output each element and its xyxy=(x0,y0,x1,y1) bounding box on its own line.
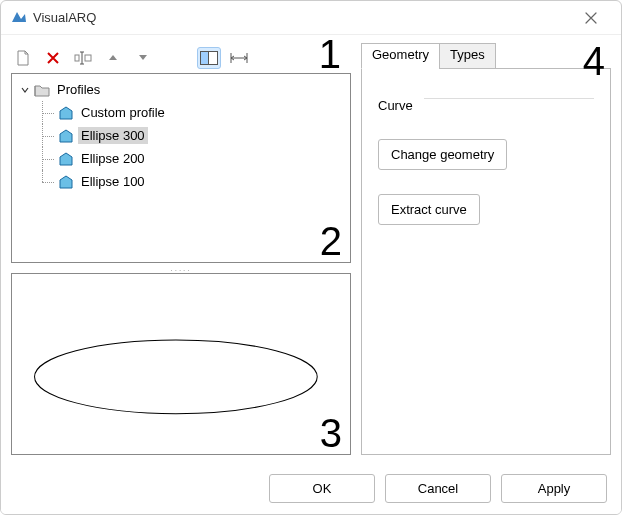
extract-curve-button[interactable]: Extract curve xyxy=(378,194,480,225)
tree-item-label: Ellipse 100 xyxy=(78,173,148,190)
tree-item-label: Custom profile xyxy=(78,104,168,121)
annotation-2: 2 xyxy=(320,219,342,263)
group-curve: Curve xyxy=(378,98,594,99)
annotation-1: 1 xyxy=(319,32,341,77)
tabstrip: Geometry Types xyxy=(361,43,611,69)
group-curve-label: Curve xyxy=(378,98,419,113)
profile-icon xyxy=(58,174,74,190)
rename-icon[interactable] xyxy=(71,47,95,69)
window-title: VisualARQ xyxy=(33,10,571,25)
dimension-icon[interactable] xyxy=(227,47,251,69)
svg-point-4 xyxy=(35,340,318,414)
tree-item[interactable]: Custom profile xyxy=(16,101,346,124)
svg-rect-0 xyxy=(75,55,79,61)
tree-item[interactable]: Ellipse 200 xyxy=(16,147,346,170)
cancel-button[interactable]: Cancel xyxy=(385,474,491,503)
move-down-icon[interactable] xyxy=(131,47,155,69)
tab-types[interactable]: Types xyxy=(439,43,496,69)
tree-panel[interactable]: Profiles Custom profile Ellipse 300 xyxy=(11,73,351,263)
svg-rect-3 xyxy=(201,52,209,65)
tree-root-label: Profiles xyxy=(54,81,103,98)
preview-toggle-icon[interactable] xyxy=(197,47,221,69)
profile-icon xyxy=(58,151,74,167)
new-icon[interactable] xyxy=(11,47,35,69)
tree-item[interactable]: Ellipse 100 xyxy=(16,170,346,193)
profile-icon xyxy=(58,128,74,144)
app-icon xyxy=(11,10,27,26)
toolbar: 1 xyxy=(11,43,351,73)
ok-button[interactable]: OK xyxy=(269,474,375,503)
svg-rect-1 xyxy=(85,55,91,61)
tree-item[interactable]: Ellipse 300 xyxy=(16,124,346,147)
change-geometry-button[interactable]: Change geometry xyxy=(378,139,507,170)
tab-pane-geometry: Curve Change geometry Extract curve xyxy=(361,68,611,455)
profile-icon xyxy=(58,105,74,121)
apply-button[interactable]: Apply xyxy=(501,474,607,503)
preview-panel[interactable]: 3 xyxy=(11,273,351,455)
tree-item-label: Ellipse 200 xyxy=(78,150,148,167)
tree-item-label: Ellipse 300 xyxy=(78,127,148,144)
move-up-icon[interactable] xyxy=(101,47,125,69)
footer: OK Cancel Apply xyxy=(1,462,621,514)
folder-icon xyxy=(34,82,50,98)
splitter[interactable]: ..... xyxy=(11,263,351,273)
tab-geometry[interactable]: Geometry xyxy=(361,43,440,69)
chevron-down-icon[interactable] xyxy=(20,85,30,95)
titlebar: VisualARQ xyxy=(1,1,621,35)
content: 1 Profiles Custom profile xyxy=(1,35,621,455)
left-pane: 1 Profiles Custom profile xyxy=(11,43,351,455)
delete-icon[interactable] xyxy=(41,47,65,69)
preview-ellipse xyxy=(12,274,350,454)
tree-root[interactable]: Profiles xyxy=(16,78,346,101)
right-pane: Geometry Types Curve Change geometry Ext… xyxy=(361,43,611,455)
tree: Profiles Custom profile Ellipse 300 xyxy=(12,74,350,197)
close-button[interactable] xyxy=(571,4,611,32)
